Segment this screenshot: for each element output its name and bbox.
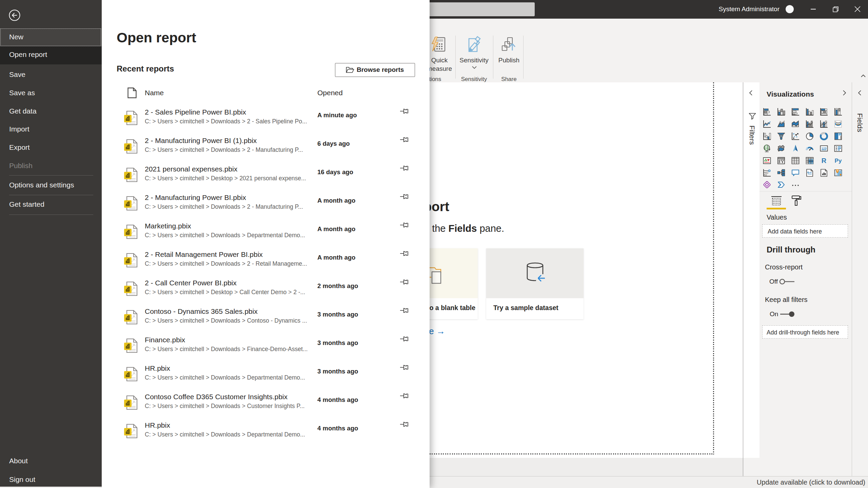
svg-text:Py: Py: [835, 158, 842, 164]
svg-text:R: R: [822, 157, 827, 164]
svg-text:123: 123: [821, 147, 826, 150]
